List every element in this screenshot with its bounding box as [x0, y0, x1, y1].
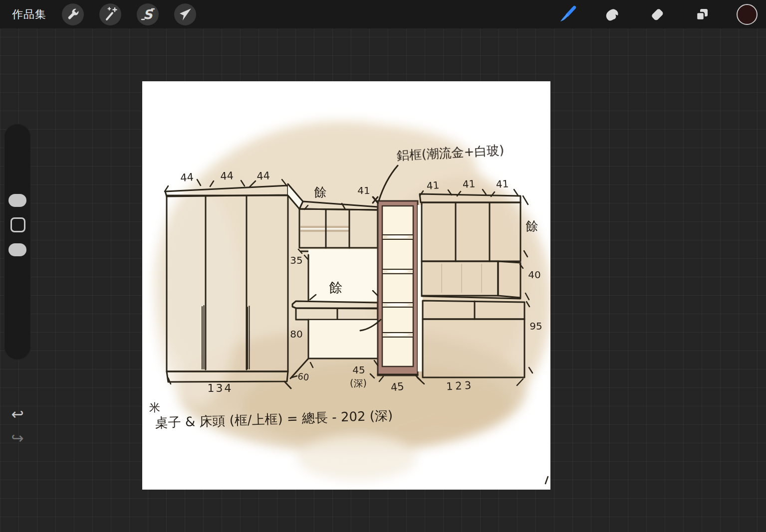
opacity-slider[interactable]: [8, 243, 26, 256]
redo-button[interactable]: ↪: [4, 431, 31, 446]
dim-41-1: 41: [426, 179, 440, 192]
adjustments-button[interactable]: [99, 3, 121, 25]
furniture-sketch: 44 44 44 餘 41 鋁框(潮流金+白玻) 41 41 41 餘 40 9…: [142, 81, 550, 490]
eraser-icon: [646, 3, 668, 25]
smudge-icon: [601, 3, 623, 25]
dim-123: 123: [446, 379, 474, 393]
leftover-right: 餘: [526, 219, 538, 233]
color-swatch-button[interactable]: [736, 3, 758, 25]
dim-45-depth: 45: [352, 364, 365, 376]
dim-35: 35: [290, 254, 302, 266]
dim-44-1: 44: [180, 171, 194, 184]
dim-45: 45: [390, 380, 405, 394]
footnote-mark: 米: [149, 401, 160, 414]
depth-suffix: (深): [350, 377, 367, 388]
paint-brush-icon: [556, 3, 578, 25]
layers-icon: [691, 3, 713, 25]
smudge-tool-button[interactable]: [601, 3, 623, 25]
undo-button[interactable]: ↩: [4, 407, 31, 422]
toolbar-right: [533, 3, 758, 25]
wrench-icon: [62, 3, 84, 25]
transform-button[interactable]: [174, 3, 196, 25]
leftover-mid: 餘: [329, 280, 343, 295]
dim-41-mid: 41: [357, 184, 370, 196]
brush-size-slider[interactable]: [8, 194, 26, 207]
dim-80: 80: [290, 328, 302, 340]
leftover-top: 餘: [314, 185, 327, 199]
dim-41-2: 41: [462, 177, 476, 190]
dim-44-3: 44: [256, 170, 270, 182]
transform-arrow-icon: [174, 3, 196, 25]
canvas[interactable]: 44 44 44 餘 41 鋁框(潮流金+白玻) 41 41 41 餘 40 9…: [142, 81, 550, 490]
color-swatch-icon: [736, 3, 758, 25]
dim-134: 134: [208, 382, 233, 394]
brush-sidebar: [4, 124, 31, 360]
top-toolbar: 作品集 S: [0, 0, 766, 28]
selection-s-icon: S: [137, 3, 159, 25]
modify-button[interactable]: [10, 217, 25, 232]
dim-60: 60: [297, 371, 310, 383]
dim-41-3: 41: [496, 177, 509, 190]
layers-button[interactable]: [691, 3, 713, 25]
dim-40: 40: [528, 269, 540, 281]
display-cabinet: [373, 197, 418, 375]
selection-button[interactable]: S: [137, 3, 159, 25]
toolbar-left: 作品集 S: [8, 3, 196, 25]
magic-wand-icon: [99, 3, 121, 25]
actions-button[interactable]: [62, 3, 84, 25]
gallery-button[interactable]: 作品集: [12, 7, 46, 22]
dim-44-2: 44: [220, 170, 234, 182]
eraser-tool-button[interactable]: [646, 3, 668, 25]
brush-tool-button[interactable]: [556, 3, 578, 25]
procreate-workspace: 作品集 S: [0, 0, 766, 532]
dim-95: 95: [529, 320, 542, 332]
